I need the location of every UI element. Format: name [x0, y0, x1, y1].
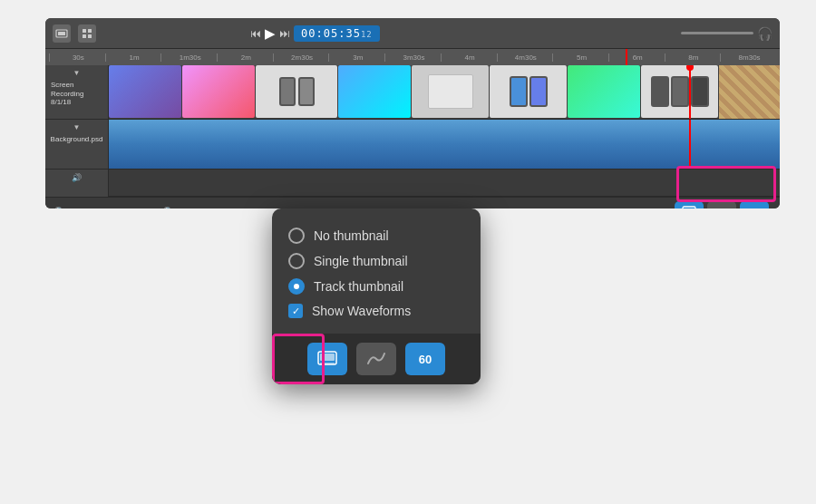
popup-menu: No thumbnail Single thumbnail Track thum…	[272, 208, 481, 384]
ruler-mark: 3m	[328, 53, 384, 62]
ruler-mark: 1m	[105, 53, 161, 62]
bottom-buttons: 60	[675, 201, 769, 209]
image-track: ▼ Background.psd	[45, 120, 780, 170]
tracks-area: ▼ Screen Recording 8/1/18	[45, 65, 780, 197]
popup-content: No thumbnail Single thumbnail Track thum…	[272, 208, 481, 334]
video-thumbnail	[568, 65, 640, 118]
fast-forward-button[interactable]: ⏭	[279, 27, 290, 40]
video-track-name: Screen Recording 8/1/18	[51, 81, 102, 107]
volume-area: 🎧	[681, 26, 772, 41]
ruler-mark: 30s	[49, 53, 105, 62]
timeline-toolbar: ⏮ ▶ ⏭ 00:05:3512 🎧	[45, 18, 780, 49]
single-thumbnail-option[interactable]: Single thumbnail	[288, 248, 464, 274]
svg-rect-1	[58, 32, 65, 35]
curve-button[interactable]	[707, 201, 736, 209]
single-thumbnail-radio[interactable]	[288, 253, 305, 269]
timeline-bottom-toolbar: 🔍 🔍 Duration: 6 mins 36 secs	[45, 197, 780, 208]
no-thumbnail-radio[interactable]	[288, 228, 305, 244]
framerate-button[interactable]: 60	[740, 201, 769, 209]
video-track-playhead	[689, 65, 691, 119]
video-track-header: ▼ Screen Recording 8/1/18	[45, 65, 109, 119]
single-thumbnail-label: Single thumbnail	[314, 254, 408, 268]
timecode-display: 00:05:3512	[294, 25, 380, 42]
play-controls: ⏮ ▶ ⏭ 00:05:3512	[250, 25, 380, 42]
no-thumbnail-label: No thumbnail	[314, 228, 389, 243]
audio-track-content[interactable]	[109, 170, 780, 196]
ruler-mark: 8m30s	[720, 53, 776, 62]
ruler-mark: 2m30s	[273, 53, 329, 62]
skip-back-button[interactable]: ⏮	[250, 27, 261, 40]
show-waveforms-option[interactable]: ✓ Show Waveforms	[288, 299, 464, 323]
number-button-label: 60	[419, 353, 432, 366]
zoom-controls: 🔍 🔍	[54, 207, 174, 208]
video-thumbnail	[109, 65, 181, 118]
track-thumbnail-label: Track thumbnail	[314, 279, 403, 294]
svg-rect-10	[320, 363, 335, 364]
thumbnail-view-button[interactable]	[675, 201, 704, 209]
ruler-mark: 6m	[608, 53, 665, 62]
zoom-out-icon[interactable]: 🔍	[54, 207, 65, 208]
curve-icon-button[interactable]	[356, 343, 396, 375]
video-thumbnail	[490, 65, 567, 118]
svg-rect-5	[88, 34, 92, 38]
popup-bottom-bar: 60	[272, 334, 481, 384]
track-thumbnail-option[interactable]: Track thumbnail	[288, 274, 464, 299]
video-track: ▼ Screen Recording 8/1/18	[45, 65, 780, 120]
show-waveforms-checkbox[interactable]: ✓	[288, 304, 303, 318]
image-track-header: ▼ Background.psd	[45, 120, 109, 169]
svg-rect-9	[320, 354, 335, 361]
number-button[interactable]: 60	[405, 343, 445, 375]
cork-section	[719, 65, 780, 119]
ruler-mark: 5m	[552, 53, 608, 62]
track-thumbnail-radio[interactable]	[288, 278, 305, 295]
thumbnail-icon-button[interactable]	[307, 343, 347, 375]
video-thumbnail	[641, 65, 718, 118]
ruler-mark: 4m	[441, 53, 497, 62]
ruler-mark: 4m30s	[497, 53, 553, 62]
no-thumbnail-option[interactable]: No thumbnail	[288, 223, 464, 248]
zoom-in-icon[interactable]: 🔍	[163, 207, 174, 208]
audio-track-header: 🔊	[45, 170, 109, 197]
headphone-icon: 🎧	[757, 26, 772, 41]
play-button[interactable]: ▶	[265, 25, 276, 42]
show-waveforms-label: Show Waveforms	[312, 304, 411, 318]
svg-rect-4	[83, 34, 86, 38]
video-thumbnail	[338, 65, 411, 118]
video-thumbnail	[256, 65, 337, 118]
svg-rect-7	[685, 208, 694, 209]
ruler-mark: 1m30s	[160, 53, 217, 62]
image-track-name: Background.psd	[51, 135, 103, 144]
svg-rect-2	[83, 29, 86, 33]
ruler-mark: 2m	[217, 53, 273, 62]
audio-track: 🔊	[45, 170, 780, 197]
ruler-mark: 3m30s	[384, 53, 441, 62]
timeline-ruler: 30s 1m 1m30s 2m 2m30s 3m 3m30s 4m 4m30s …	[45, 49, 780, 65]
video-thumbnail	[412, 65, 489, 118]
ruler-mark: 8m	[665, 53, 721, 62]
timeline-panel: ⏮ ▶ ⏭ 00:05:3512 🎧 30s 1m 1m30s 2m 2m30s…	[45, 18, 780, 208]
svg-rect-3	[88, 29, 92, 33]
timeline-icon[interactable]	[53, 24, 71, 43]
video-thumbnail	[182, 65, 255, 118]
grid-icon[interactable]	[78, 24, 96, 43]
image-track-content[interactable]	[109, 120, 780, 169]
volume-slider[interactable]	[681, 32, 753, 34]
video-track-content[interactable]	[109, 65, 780, 119]
